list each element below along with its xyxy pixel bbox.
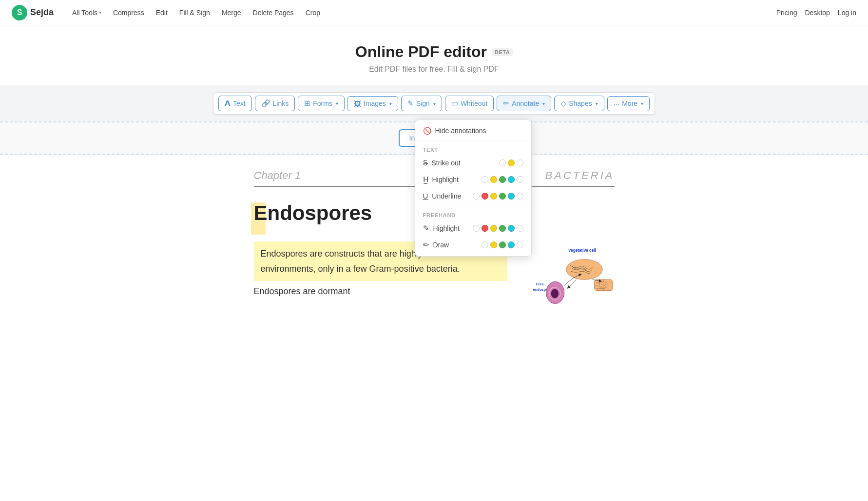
color-circle[interactable] [517,160,523,166]
hero-section: Online PDF editor BETA Edit PDF files fo… [0,25,868,85]
logo-icon: S [12,5,27,20]
color-circle[interactable] [490,241,497,248]
tool-text[interactable]: 𝗔 Text [218,96,252,111]
color-circle[interactable] [499,193,506,200]
more-dropdown-arrow: ▾ [641,101,643,106]
hide-annotations-icon: 🚫 [423,127,431,135]
tool-forms[interactable]: ⊞ Forms ▾ [298,96,345,111]
hide-annotations-item[interactable]: 🚫 Hide annotations [415,123,531,139]
color-circle[interactable] [517,193,523,200]
whiteout-icon: ▭ [451,99,458,108]
illustration-svg: Vegetative cell Free endospore [522,201,615,358]
link-icon: 🔗 [261,99,270,108]
annotate-icon: ✏ [503,99,509,108]
svg-point-5 [551,289,558,298]
tool-shapes[interactable]: ◇ Shapes ▾ [554,96,604,111]
color-circle[interactable] [490,193,497,200]
illustration-column: Vegetative cell Free endospore [522,201,615,360]
text-section-label: TEXT [415,143,531,155]
tool-images[interactable]: 🖼 Images ▾ [347,96,398,111]
chapter-title: Chapter 1 [254,169,301,182]
logo-text: Sejda [30,7,54,18]
nav-all-tools[interactable]: All Tools ▾ [67,6,106,20]
color-circle[interactable] [473,193,480,200]
nav-links: All Tools ▾ Compress Edit Fill & Sign Me… [67,6,776,20]
draw-icon: ✏ [423,240,429,249]
images-icon: 🖼 [354,100,361,108]
text-tool-icon: 𝗔 [225,99,231,108]
color-circle[interactable] [482,225,488,232]
color-circle[interactable] [482,176,488,183]
highlight-colors [482,176,523,183]
beta-badge: BETA [492,48,513,56]
nav-crop[interactable]: Crop [301,6,325,20]
freehand-highlight-colors [473,225,523,232]
color-circle[interactable] [482,193,488,200]
annotate-dropdown: 🚫 Hide annotations TEXT S̶ Strike out H̲… [415,120,532,257]
color-circle[interactable] [517,176,523,183]
images-dropdown-arrow: ▾ [389,101,392,106]
color-circle[interactable] [508,176,515,183]
dropdown-divider [415,140,531,141]
color-circle[interactable] [508,193,515,200]
sign-icon: ✎ [407,99,414,108]
forms-dropdown-arrow: ▾ [336,101,338,106]
bacteria-label: BACTERIA [545,169,614,182]
toolbar: 𝗔 Text 🔗 Links ⊞ Forms ▾ 🖼 Images ▾ [213,92,655,115]
nav-login[interactable]: Log in [838,9,856,17]
annotate-dropdown-arrow: ▾ [542,101,545,106]
nav-merge[interactable]: Merge [217,6,246,20]
forms-icon: ⊞ [304,99,310,108]
shapes-icon: ◇ [560,99,566,108]
color-circle[interactable] [482,241,488,248]
freehand-highlight-icon: ✎ [423,224,429,233]
color-circle[interactable] [508,225,515,232]
body-text-extra: Endospores are dormant [254,284,507,299]
color-circle[interactable] [499,160,506,166]
nav-pricing[interactable]: Pricing [776,9,797,17]
tool-sign[interactable]: ✎ Sign ▾ [401,96,442,111]
underline-icon: U [423,192,428,200]
tool-whiteout[interactable]: ▭ Whiteout [445,96,494,111]
tool-links[interactable]: 🔗 Links [255,96,295,111]
tool-more[interactable]: ··· More ▾ [607,96,650,111]
nav-delete-pages[interactable]: Delete Pages [248,6,299,20]
underline-item[interactable]: U Underline [415,188,531,204]
more-icon: ··· [614,100,620,108]
chevron-icon: ▾ [99,10,101,15]
highlight-text-item[interactable]: H̲ Highlight [415,171,531,188]
svg-text:Vegetative cell: Vegetative cell [568,248,596,253]
nav-fill-sign[interactable]: Fill & Sign [174,6,215,20]
tool-annotate[interactable]: ✏ Annotate ▾ [497,96,551,111]
strikeout-item[interactable]: S̶ Strike out [415,155,531,171]
dropdown-divider-2 [415,206,531,206]
color-circle[interactable] [517,225,523,232]
nav-compress[interactable]: Compress [108,6,149,20]
svg-text:Free: Free [536,282,543,286]
draw-item[interactable]: ✏ Draw [415,237,531,253]
freehand-section-label: FREEHAND [415,208,531,220]
strikeout-colors [499,160,523,166]
hero-title: Online PDF editor BETA [355,43,513,61]
color-circle[interactable] [499,241,506,248]
color-circle[interactable] [499,225,506,232]
color-circle[interactable] [490,225,497,232]
color-circle[interactable] [508,241,515,248]
freehand-highlight-item[interactable]: ✎ Highlight [415,220,531,237]
nav-edit[interactable]: Edit [151,6,173,20]
svg-rect-9 [599,282,607,288]
draw-colors [482,241,523,248]
underline-colors [473,193,523,200]
color-circle[interactable] [473,225,480,232]
highlight-icon: H̲ [423,175,428,184]
toolbar-wrap: 𝗔 Text 🔗 Links ⊞ Forms ▾ 🖼 Images ▾ [0,85,868,121]
color-circle[interactable] [517,241,523,248]
navbar: S Sejda All Tools ▾ Compress Edit Fill &… [0,0,868,25]
logo[interactable]: S Sejda [12,5,54,20]
color-circle[interactable] [490,176,497,183]
color-circle[interactable] [499,176,506,183]
toolbar-container: 𝗔 Text 🔗 Links ⊞ Forms ▾ 🖼 Images ▾ [213,92,655,115]
nav-desktop[interactable]: Desktop [805,9,829,17]
color-circle[interactable] [508,160,515,166]
shapes-dropdown-arrow: ▾ [596,101,598,106]
